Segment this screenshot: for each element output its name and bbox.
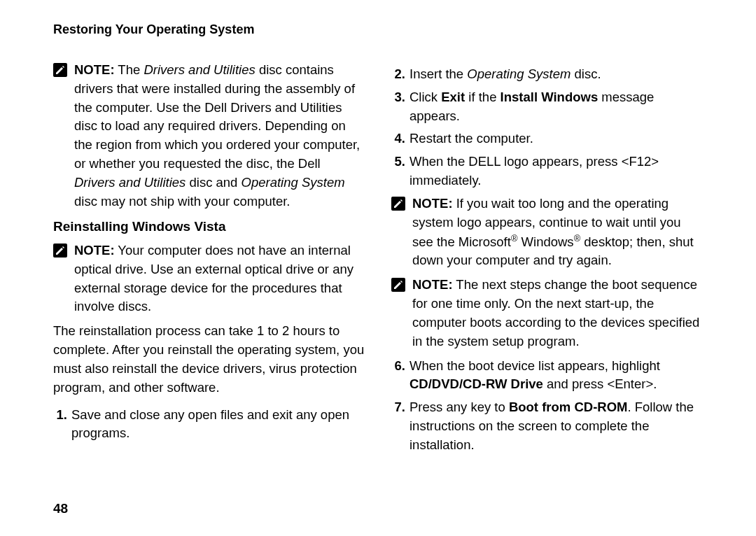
two-column-layout: NOTE: The Drivers and Utilities disc con… [53,61,703,459]
page-number: 48 [53,501,68,516]
pencil-icon [391,278,405,292]
step-number: 1. [53,406,67,444]
note-text: NOTE: If you wait too long and the opera… [412,195,703,270]
pencil-icon [53,63,67,77]
step-number: 6. [391,357,405,395]
step-text: Save and close any open files and exit a… [71,406,365,444]
note-no-optical-drive: NOTE: Your computer does not have an int… [53,241,365,316]
step-text: Insert the Operating System disc. [410,65,703,84]
steps-list-left: 1. Save and close any open files and exi… [53,406,365,444]
subheading-reinstall: Reinstalling Windows Vista [53,217,365,237]
step-text: Click Exit if the Install Windows messag… [410,88,703,126]
right-column: 2. Insert the Operating System disc. 3. … [391,61,703,459]
step-text: Restart the computer. [410,129,703,148]
note-boot-sequence: NOTE: The next steps change the boot seq… [391,276,703,351]
note-text: NOTE: Your computer does not have an int… [74,241,365,316]
step-3: 3. Click Exit if the Install Windows mes… [391,88,703,126]
steps-list-right-a: 2. Insert the Operating System disc. 3. … [391,65,703,190]
note-drivers-utilities: NOTE: The Drivers and Utilities disc con… [53,61,365,211]
note-label: NOTE: [412,196,453,211]
note-text: NOTE: The next steps change the boot seq… [412,276,703,351]
left-column: NOTE: The Drivers and Utilities disc con… [53,61,365,459]
note-wait-too-long: NOTE: If you wait too long and the opera… [391,195,703,270]
step-number: 2. [391,65,405,84]
note-label: NOTE: [74,62,115,77]
note-label: NOTE: [412,277,453,292]
step-2: 2. Insert the Operating System disc. [391,65,703,84]
step-6: 6. When the boot device list appears, hi… [391,357,703,395]
steps-list-right-b: 6. When the boot device list appears, hi… [391,357,703,455]
manual-page: Restoring Your Operating System NOTE: Th… [0,0,756,536]
step-number: 3. [391,88,405,126]
step-5: 5. When the DELL logo appears, press <F1… [391,153,703,190]
step-number: 4. [391,129,405,148]
note-text: NOTE: The Drivers and Utilities disc con… [74,61,365,211]
pencil-icon [391,197,405,211]
step-4: 4. Restart the computer. [391,129,703,148]
step-number: 7. [391,398,405,454]
step-7: 7. Press any key to Boot from CD-ROM. Fo… [391,398,703,454]
step-text: When the DELL logo appears, press <F12> … [410,153,703,190]
step-1: 1. Save and close any open files and exi… [53,406,365,444]
reinstall-duration-paragraph: The reinstallation process can take 1 to… [53,322,365,397]
step-text: Press any key to Boot from CD-ROM. Follo… [410,398,703,454]
step-number: 5. [391,153,405,190]
page-header: Restoring Your Operating System [53,22,703,37]
pencil-icon [53,244,67,258]
note-label: NOTE: [74,243,115,258]
step-text: When the boot device list appears, highl… [410,357,703,395]
